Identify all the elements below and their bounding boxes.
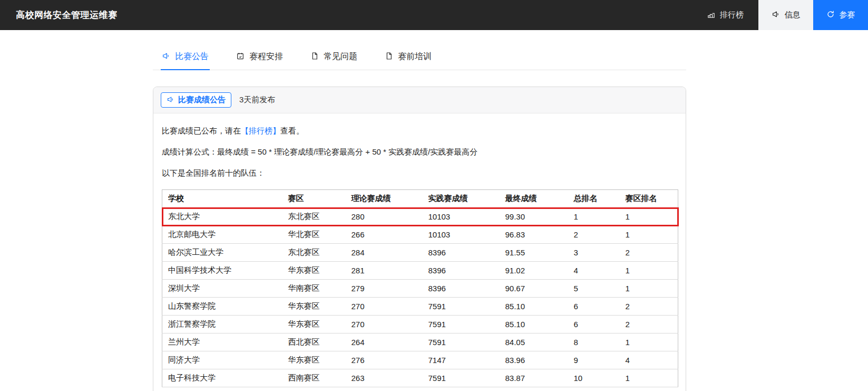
table-cell: 中国科学技术大学 [162,262,282,280]
table-cell: 266 [346,226,423,244]
announcement-card: 比赛成绩公告 3天前发布 比赛成绩已公布，请在【排行榜】查看。 成绩计算公式：最… [153,87,686,391]
table-cell: 83.87 [500,369,568,387]
announcement-badge-label: 比赛成绩公告 [178,95,226,105]
table-cell: 6 [568,298,620,316]
leaderboard-label: 排行榜 [720,10,744,20]
table-cell: 山东警察学院 [162,298,282,316]
table-cell: 2 [620,298,678,316]
table-cell: 96.83 [500,226,568,244]
table-cell: 1 [620,333,678,351]
table-row: 北京邮电大学华北赛区2661010396.8321 [162,226,678,244]
table-cell: 5 [568,280,620,298]
leaderboard-link[interactable]: 排行榜 [692,0,758,30]
table-cell: 同济大学 [162,351,282,369]
table-row-highlighted: 东北大学东北赛区2801010399.3011 [162,208,678,226]
tab-label: 赛程安排 [249,51,283,62]
tab-training[interactable]: 赛前培训 [384,44,433,70]
column-header: 理论赛成绩 [346,190,423,208]
column-header: 总排名 [568,190,620,208]
table-cell: 华南赛区 [282,280,346,298]
table-row: 同济大学华东赛区276714783.9694 [162,351,678,369]
results-table-head-row: 学校赛区理论赛成绩实践赛成绩最终成绩总排名赛区排名 [162,190,678,208]
table-cell: 8 [568,333,620,351]
table-cell: 1 [620,369,678,387]
table-cell: 西南赛区 [282,369,346,387]
results-table: 学校赛区理论赛成绩实践赛成绩最终成绩总排名赛区排名 东北大学东北赛区280101… [162,189,678,387]
table-cell: 99.30 [500,208,568,226]
table-cell: 270 [346,316,423,333]
table-cell: 北京邮电大学 [162,226,282,244]
leaderboard-inline-link[interactable]: 【排行榜】 [241,126,280,135]
table-cell: 85.10 [500,298,568,316]
table-row: 哈尔滨工业大学东北赛区284839691.5532 [162,244,678,262]
table-cell: 东北赛区 [282,244,346,262]
table-cell: 91.02 [500,262,568,280]
join-button-label: 参赛 [840,10,855,20]
table-cell: 1 [568,208,620,226]
tab-faq[interactable]: 常见问题 [309,44,358,70]
table-cell: 279 [346,280,423,298]
table-cell: 6 [568,316,620,333]
announcement-body: 比赛成绩已公布，请在【排行榜】查看。 成绩计算公式：最终成绩 = 50 * 理论… [153,113,686,391]
table-cell: 91.55 [500,244,568,262]
top10-intro: 以下是全国排名前十的队伍： [162,168,677,178]
table-cell: 276 [346,351,423,369]
table-cell: 哈尔滨工业大学 [162,244,282,262]
megaphone-icon [162,52,170,62]
table-cell: 浙江警察学院 [162,316,282,333]
table-cell: 10 [568,369,620,387]
table-cell: 10103 [423,226,500,244]
table-cell: 华东赛区 [282,298,346,316]
table-row: 兰州大学西北赛区264759184.0581 [162,333,678,351]
leaderboard-icon [707,10,716,21]
table-cell: 华北赛区 [282,226,346,244]
join-button[interactable]: 参赛 [813,0,868,30]
table-cell: 华东赛区 [282,262,346,280]
table-cell: 东北大学 [162,208,282,226]
table-row: 山东警察学院华东赛区270759185.1062 [162,298,678,316]
info-button[interactable]: 信息 [758,0,813,30]
table-cell: 1 [620,280,678,298]
table-cell: 83.96 [500,351,568,369]
table-cell: 7591 [423,333,500,351]
document-icon [385,52,393,62]
column-header: 赛区排名 [620,190,678,208]
table-row: 电子科技大学西南赛区263759183.87101 [162,369,678,387]
tab-label: 比赛公告 [175,51,209,62]
table-row: 深圳大学华南赛区279839690.6751 [162,280,678,298]
table-cell: 7591 [423,316,500,333]
table-cell: 280 [346,208,423,226]
table-row: 浙江警察学院华东赛区270759185.1062 [162,316,678,333]
table-cell: 东北赛区 [282,208,346,226]
table-cell: 3 [568,244,620,262]
table-cell: 8396 [423,280,500,298]
table-cell: 华东赛区 [282,316,346,333]
document-icon [310,52,319,62]
table-cell: 10103 [423,208,500,226]
table-cell: 7591 [423,369,500,387]
table-cell: 兰州大学 [162,333,282,351]
table-cell: 281 [346,262,423,280]
table-cell: 84.05 [500,333,568,351]
announcement-badge: 比赛成绩公告 [161,92,231,108]
results-table-body: 东北大学东北赛区2801010399.3011北京邮电大学华北赛区2661010… [162,208,678,387]
tab-announcements[interactable]: 比赛公告 [161,44,210,70]
table-cell: 华东赛区 [282,351,346,369]
table-cell: 1 [620,208,678,226]
table-cell: 2 [620,244,678,262]
table-cell: 85.10 [500,316,568,333]
table-row: 中国科学技术大学华东赛区281839691.0241 [162,262,678,280]
table-cell: 深圳大学 [162,280,282,298]
tab-label: 赛前培训 [398,51,432,62]
announcement-line1-suffix: 查看。 [280,126,304,135]
table-cell: 8396 [423,262,500,280]
table-cell: 9 [568,351,620,369]
main-content: 比赛公告 赛程安排 常见问题 赛前培训 [153,30,686,391]
announcement-card-header: 比赛成绩公告 3天前发布 [153,87,686,113]
published-timestamp: 3天前发布 [239,95,275,105]
table-cell: 270 [346,298,423,316]
table-cell: 1 [620,226,678,244]
tab-schedule[interactable]: 赛程安排 [235,44,284,70]
calendar-check-icon [236,52,245,62]
app-title: 高校网络安全管理运维赛 [16,9,118,21]
